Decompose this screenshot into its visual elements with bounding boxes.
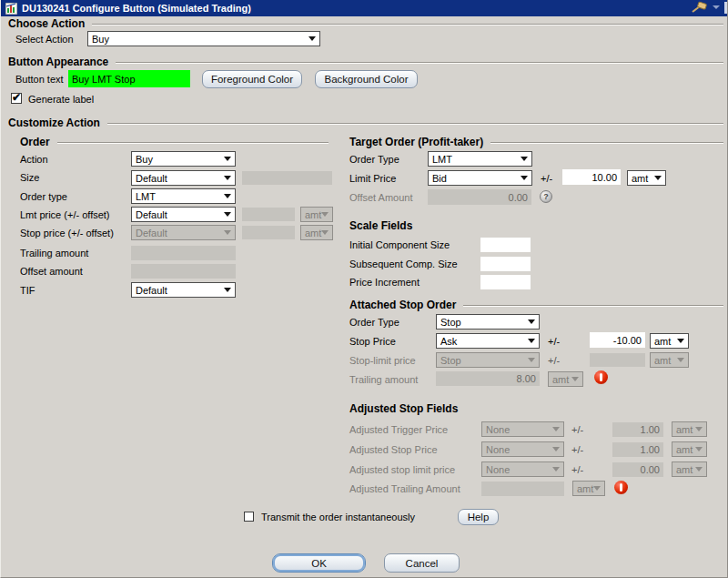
help-button[interactable]: Help: [458, 509, 499, 525]
attached-stop-header: Attached Stop Order: [349, 299, 723, 311]
chevron-down-icon: [521, 157, 528, 161]
attached-stop-amt-dropdown[interactable]: amt: [650, 333, 689, 349]
lmt-price-label: Lmt price (+/- offset): [20, 209, 110, 221]
tif-label: TIF: [20, 285, 35, 297]
adjusted-trigger-price-dropdown: None: [481, 421, 564, 437]
offset-amount-label: Offset amount: [20, 266, 83, 278]
adjusted-trailing-amount-label: Adjusted Trailing Amount: [349, 483, 460, 495]
window-title: DU130241 Configure Button (Simulated Tra…: [22, 3, 251, 14]
error-icon: [614, 481, 628, 494]
lmt-price-amt-dropdown: amt: [300, 207, 333, 222]
chevron-down-icon: [528, 339, 535, 343]
stop-price-amt-dropdown: amt: [300, 225, 333, 240]
chevron-down-icon: [677, 358, 684, 362]
adjusted-stop-limit-pm-label: +/-: [571, 464, 583, 476]
stop-price-label: Stop price (+/- offset): [20, 228, 114, 239]
chevron-down-icon: [224, 230, 231, 235]
chevron-down-icon: [321, 230, 329, 235]
customize-action-header: Customize Action: [8, 117, 723, 129]
chevron-down-icon: [528, 358, 535, 362]
titlebar[interactable]: DU130241 Configure Button (Simulated Tra…: [1, 0, 727, 16]
attached-order-type-dropdown[interactable]: Stop: [436, 314, 540, 330]
pin-menu-caret-icon[interactable]: [713, 5, 720, 9]
transmit-checkbox[interactable]: [244, 512, 254, 522]
lmt-price-dropdown[interactable]: Default: [131, 207, 236, 222]
target-offset-amount-label: Offset Amount: [349, 192, 413, 204]
adjusted-trigger-pm-label: +/-: [571, 424, 583, 436]
chevron-down-icon: [528, 319, 535, 324]
adjusted-stop-limit-price-label: Adjusted stop limit price: [349, 464, 455, 476]
chevron-down-icon: [224, 212, 231, 217]
stop-price-dropdown: Default: [131, 225, 236, 240]
adjusted-trigger-offset-field: 1.00: [612, 422, 663, 437]
ok-button[interactable]: OK: [272, 553, 366, 573]
price-increment-input[interactable]: [480, 275, 531, 289]
attached-order-type-label: Order Type: [349, 317, 399, 329]
select-action-label: Select Action: [15, 34, 74, 46]
subsequent-comp-size-input[interactable]: [480, 257, 531, 271]
attached-stop-offset-input[interactable]: -10.00: [590, 332, 645, 348]
adjusted-stop-amt-dropdown: amt: [672, 441, 707, 457]
configure-button-dialog: DU130241 Configure Button (Simulated Tra…: [0, 0, 728, 578]
chevron-down-icon: [224, 288, 231, 292]
size-value-field: [242, 171, 332, 185]
stop-limit-price-label: Stop-limit price: [349, 355, 416, 367]
chevron-down-icon: [552, 467, 560, 472]
target-offset-amount-field: 0.00: [428, 189, 531, 205]
action-dropdown[interactable]: Buy: [131, 151, 236, 167]
adjusted-stop-pm-label: +/-: [571, 444, 583, 456]
target-order-type-dropdown[interactable]: LMT: [428, 151, 532, 167]
initial-component-size-input[interactable]: [480, 238, 531, 252]
chevron-down-icon: [695, 427, 703, 431]
select-action-dropdown[interactable]: Buy: [87, 31, 320, 46]
attached-trailing-amount-field: 8.00: [436, 371, 540, 386]
stop-limit-price-dropdown: Stop: [436, 352, 540, 368]
error-icon: [594, 370, 608, 384]
offset-amount-field: [131, 264, 236, 279]
pin-icon[interactable]: [692, 1, 710, 13]
close-icon[interactable]: [724, 2, 727, 14]
attached-stop-price-dropdown[interactable]: Ask: [436, 333, 540, 349]
chevron-down-icon: [654, 176, 662, 180]
stop-limit-offset-field: [590, 353, 645, 367]
button-text-label: Button text: [15, 74, 64, 86]
chevron-down-icon: [552, 447, 560, 451]
limit-price-amt-dropdown[interactable]: amt: [627, 170, 666, 186]
limit-price-label: Limit Price: [349, 173, 396, 185]
foreground-color-button[interactable]: Foreground Color: [202, 70, 302, 88]
attached-trailing-amt-dropdown: amt: [548, 371, 583, 387]
stop-limit-amt-dropdown: amt: [650, 352, 689, 368]
generate-label-text: Generate label: [28, 94, 94, 106]
stop-price-offset-field: [242, 226, 295, 239]
action-label: Action: [20, 154, 48, 166]
adjusted-trailing-amount-field: [481, 482, 564, 496]
limit-price-offset-input[interactable]: 10.00: [562, 169, 621, 185]
limit-price-dropdown[interactable]: Bid: [428, 170, 532, 186]
adjusted-stop-price-dropdown: None: [481, 441, 564, 457]
chevron-down-icon: [224, 194, 231, 198]
subsequent-comp-size-label: Subsequent Comp. Size: [349, 259, 458, 270]
chevron-down-icon: [677, 339, 684, 343]
background-color-button[interactable]: Background Color: [315, 70, 418, 88]
chevron-down-icon: [695, 447, 703, 451]
button-text-input[interactable]: Buy LMT Stop: [68, 70, 190, 87]
chevron-down-icon: [593, 486, 601, 491]
choose-action-header: Choose Action: [8, 17, 723, 30]
order-type-dropdown[interactable]: LMT: [131, 188, 236, 204]
chevron-down-icon: [571, 377, 579, 381]
trailing-amount-field: [131, 246, 236, 260]
chevron-down-icon: [224, 157, 231, 161]
order-type-label: Order type: [20, 191, 67, 203]
chevron-down-icon: [308, 36, 316, 41]
order-header: Order: [20, 136, 329, 148]
adjusted-stop-limit-amt-dropdown: amt: [672, 461, 707, 477]
help-ball-icon: ?: [540, 190, 552, 203]
generate-label-checkbox[interactable]: [11, 93, 22, 104]
cancel-button[interactable]: Cancel: [384, 553, 460, 573]
tif-dropdown[interactable]: Default: [131, 282, 236, 298]
adjusted-trigger-price-label: Adjusted Trigger Price: [349, 424, 448, 436]
limit-price-pm-label: +/-: [541, 173, 552, 185]
size-dropdown[interactable]: Default: [131, 170, 236, 186]
initial-component-size-label: Initial Component Size: [349, 239, 450, 251]
adjusted-stop-limit-dropdown: None: [481, 461, 564, 477]
